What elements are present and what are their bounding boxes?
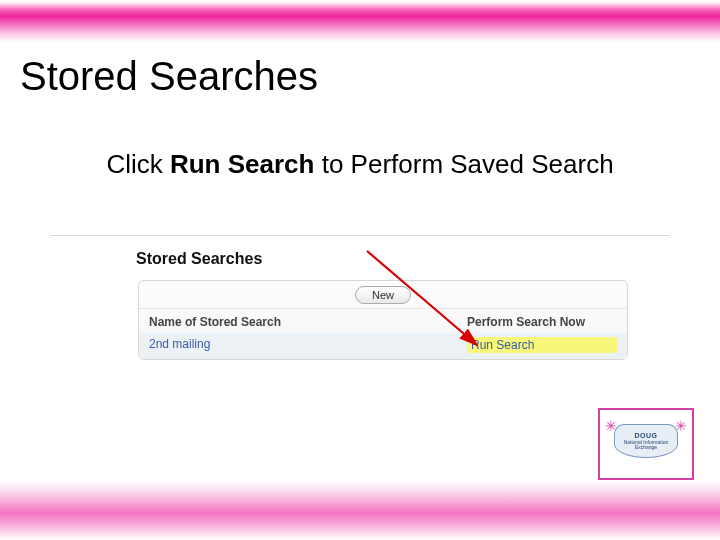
app-section-title: Stored Searches <box>50 236 670 268</box>
logo-line2: National Information Exchange <box>615 440 677 450</box>
column-action-header: Perform Search Now <box>467 315 617 329</box>
panel-header: Name of Stored Search Perform Search Now <box>139 309 627 333</box>
instruction-post: to Perform Saved Search <box>314 149 613 179</box>
logo-line1: DOUG <box>635 432 658 439</box>
table-row: 2nd mailing Run Search <box>139 333 627 359</box>
run-search-link[interactable]: Run Search <box>467 337 617 353</box>
logo-inner: ✳ ✳ DOUG National Information Exchange <box>607 420 685 468</box>
logo-sign: DOUG National Information Exchange <box>614 424 678 458</box>
stored-searches-panel: New Name of Stored Search Perform Search… <box>138 280 628 360</box>
saved-search-name[interactable]: 2nd mailing <box>149 337 467 353</box>
bottom-band-decoration <box>0 480 720 540</box>
new-button[interactable]: New <box>355 286 411 304</box>
slide-title: Stored Searches <box>20 54 318 99</box>
instruction-bold: Run Search <box>170 149 315 179</box>
column-name-header: Name of Stored Search <box>149 315 467 329</box>
logo-stamp: ✳ ✳ DOUG National Information Exchange <box>598 408 694 480</box>
panel-toolbar: New <box>139 281 627 309</box>
instruction-text: Click Run Search to Perform Saved Search <box>0 148 720 181</box>
app-screenshot: Stored Searches New Name of Stored Searc… <box>50 235 670 405</box>
instruction-pre: Click <box>106 149 170 179</box>
